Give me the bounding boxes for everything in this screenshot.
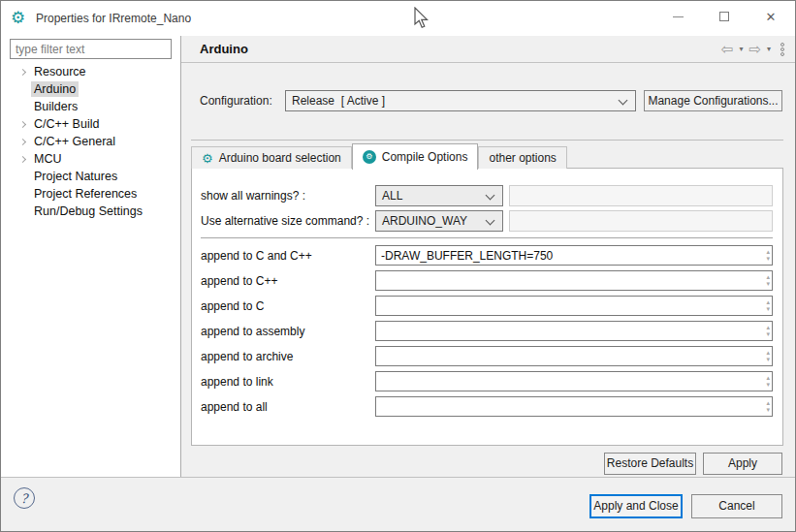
append-c-cpp-label: append to C and C++ [201,249,312,263]
view-menu-icon[interactable] [780,43,784,56]
forward-arrow-icon[interactable]: ⇨ [748,43,761,57]
size-command-extra-field [509,210,773,232]
properties-tree: Resource Arduino Builders C/C++ Build C/… [2,63,180,220]
apply-and-close-button[interactable]: Apply and Close [589,494,683,518]
size-command-combobox[interactable]: ARDUINO_WAY [375,210,503,232]
spinner-icon[interactable]: ▴▾ [766,349,770,362]
append-section-divider [201,237,773,238]
help-icon: ? [21,491,28,506]
window-title: Properties for IRremote_Nano [36,12,191,25]
minimize-button[interactable] [660,3,695,30]
spinner-icon[interactable]: ▴▾ [766,273,770,287]
chevron-down-icon [486,216,495,226]
chevron-down-icon [486,191,495,201]
close-button[interactable]: ✕ [753,3,788,30]
back-dropdown-icon[interactable]: ▾ [739,46,743,53]
append-link-input[interactable] [376,372,772,391]
append-archive-label: append to archive [201,350,293,363]
mouse-cursor-icon [414,7,430,30]
properties-dialog: ⚙ Properties for IRremote_Nano ✕ Resourc… [0,0,796,532]
tree-item-label: Project Natures [31,169,120,184]
append-all-input[interactable] [376,397,772,416]
tree-item-run-debug-settings[interactable]: Run/Debug Settings [2,203,180,220]
tree-item-label: Resource [31,64,89,79]
manage-configurations-button[interactable]: Manage Configurations... [644,90,782,111]
spinner-icon[interactable]: ▴▾ [766,374,770,388]
tab-label: Arduino board selection [219,151,341,165]
append-cpp-input[interactable] [376,271,772,290]
warnings-combobox[interactable]: ALL [375,185,503,206]
tree-item-label: Project References [31,186,140,202]
tree-item-cpp-build[interactable]: C/C++ Build [2,115,180,133]
append-assembly-label: append to assembly [201,325,304,338]
filter-input[interactable] [10,39,172,59]
tree-item-arduino[interactable]: Arduino [2,80,180,98]
append-cpp-field-wrap: ▴▾ [375,270,773,291]
append-c-field-wrap: ▴▾ [375,296,773,316]
gear-icon: ⚙ [202,152,213,165]
sloeber-gear-icon: ⚙ [11,9,25,26]
tree-item-cpp-general[interactable]: C/C++ General [2,133,180,150]
apply-button[interactable]: Apply [703,453,782,475]
tab-other-options[interactable]: other options [478,146,566,169]
restore-defaults-button[interactable]: Restore Defaults [604,453,696,475]
tree-item-label: Run/Debug Settings [31,203,145,219]
tab-arduino-board-selection[interactable]: ⚙ Arduino board selection [191,146,352,169]
spinner-icon[interactable]: ▴▾ [766,298,770,312]
configuration-label: Configuration: [200,94,272,108]
tree-item-label: Arduino [31,81,79,97]
maximize-icon [719,12,729,21]
tree-item-resource[interactable]: Resource [2,63,180,80]
gear-disc-icon: ⚙ [363,150,376,164]
tree-item-label: C/C++ General [31,134,118,149]
tree-item-project-natures[interactable]: Project Natures [2,168,180,185]
append-link-label: append to link [201,375,273,389]
tree-item-project-references[interactable]: Project References [2,185,180,203]
warnings-label: show all warnings? : [201,189,305,203]
tree-item-label: MCU [31,151,64,167]
tab-strip: ⚙ Arduino board selection ⚙ Compile Opti… [191,142,567,169]
title-bar: ⚙ Properties for IRremote_Nano ✕ [1,1,795,36]
page-title: Arduino [200,42,248,56]
chevron-right-icon[interactable] [18,155,25,162]
append-all-label: append to all [201,400,268,414]
cancel-button[interactable]: Cancel [691,494,782,518]
configuration-value: Release [ Active ] [292,94,385,108]
spinner-icon[interactable]: ▴▾ [766,248,770,262]
close-icon: ✕ [766,10,777,24]
tree-item-label: Builders [31,99,80,114]
size-command-value: ARDUINO_WAY [382,214,467,228]
tab-compile-options[interactable]: ⚙ Compile Options [352,143,479,170]
append-c-label: append to C [201,299,264,313]
append-assembly-input[interactable] [376,322,772,340]
spinner-icon[interactable]: ▴▾ [766,324,770,337]
chevron-right-icon[interactable] [18,68,25,75]
tab-label: Compile Options [382,150,468,164]
dialog-footer: ? Apply and Close Cancel [1,477,795,531]
configuration-row: Configuration: Release [ Active ] Manage… [181,90,796,111]
tree-item-builders[interactable]: Builders [2,98,180,115]
append-link-field-wrap: ▴▾ [375,371,773,391]
forward-dropdown-icon[interactable]: ▾ [767,46,771,53]
minimize-icon [673,16,684,17]
append-archive-input[interactable] [376,347,772,365]
warnings-extra-field [509,185,773,206]
append-archive-field-wrap: ▴▾ [375,346,773,366]
tab-label: other options [489,151,556,165]
section-divider [191,140,783,141]
append-all-field-wrap: ▴▾ [375,396,773,417]
spinner-icon[interactable]: ▴▾ [766,399,770,413]
tree-item-mcu[interactable]: MCU [2,150,180,168]
pane-header: Arduino ⇦ ▾ ⇨ ▾ [181,36,796,63]
maximize-button[interactable] [707,3,742,30]
back-arrow-icon[interactable]: ⇦ [721,43,734,57]
chevron-right-icon[interactable] [18,120,25,127]
warnings-value: ALL [382,189,402,203]
append-c-cpp-input[interactable] [376,246,772,265]
chevron-right-icon[interactable] [18,138,25,144]
help-button[interactable]: ? [14,487,35,509]
append-cpp-label: append to C++ [201,274,277,288]
append-c-input[interactable] [376,297,772,315]
configuration-combobox[interactable]: Release [ Active ] [285,90,636,111]
size-command-label: Use alternative size command? : [201,214,369,228]
